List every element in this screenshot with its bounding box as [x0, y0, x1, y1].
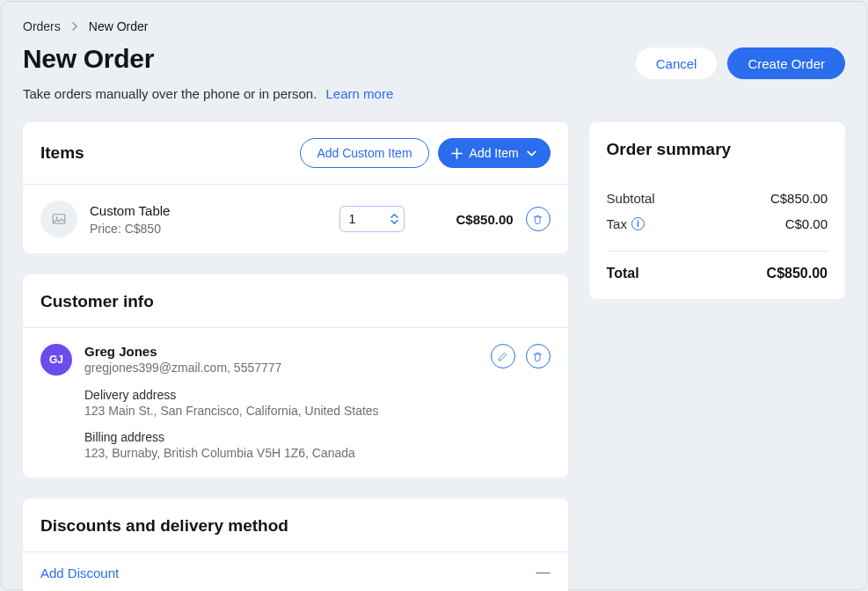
learn-more-link[interactable]: Learn more [326, 86, 394, 101]
customer-info-title: Customer info [40, 292, 551, 311]
order-summary-card: Order summary Subtotal C$850.00 Tax i C$… [589, 122, 845, 299]
subtotal-value: C$850.00 [770, 191, 828, 206]
create-order-button[interactable]: Create Order [727, 47, 845, 79]
delete-customer-button[interactable] [526, 344, 551, 368]
pencil-icon [497, 351, 508, 362]
info-icon[interactable]: i [631, 217, 645, 230]
item-name: Custom Table [90, 203, 327, 218]
page-title: New Order [23, 44, 154, 74]
avatar: GJ [40, 344, 72, 376]
cancel-button[interactable]: Cancel [636, 47, 718, 79]
delete-item-button[interactable] [526, 207, 551, 231]
item-total: C$850.00 [417, 212, 514, 227]
order-summary-title: Order summary [607, 140, 828, 159]
svg-point-1 [56, 216, 58, 218]
items-card: Items Add Custom Item Add Item [23, 122, 568, 253]
chevron-down-icon [526, 148, 537, 159]
chevron-up-icon [390, 213, 398, 219]
item-thumbnail [40, 201, 77, 237]
breadcrumb-parent[interactable]: Orders [23, 19, 61, 33]
image-icon [51, 211, 67, 227]
total-value: C$850.00 [767, 266, 828, 281]
delivery-address-value: 123 Main St., San Francisco, California,… [84, 404, 551, 418]
divider [607, 251, 828, 252]
total-label: Total [607, 266, 639, 281]
item-row: Custom Table Price: C$850 1 C$850.00 [23, 185, 568, 253]
plus-icon [451, 148, 463, 159]
chevron-right-icon [69, 21, 80, 32]
add-item-button[interactable]: Add Item [438, 138, 551, 168]
item-price: Price: C$850 [90, 222, 327, 236]
edit-customer-button[interactable] [491, 344, 515, 368]
delivery-address-label: Delivery address [84, 388, 551, 402]
breadcrumb: Orders New Order [23, 19, 845, 33]
tax-value: C$0.00 [785, 216, 828, 231]
billing-address-value: 123, Burnaby, British Columbia V5H 1Z6, … [84, 446, 551, 460]
quantity-stepper[interactable]: 1 [339, 206, 405, 232]
trash-icon [532, 214, 543, 225]
breadcrumb-current: New Order [89, 19, 149, 33]
billing-address-label: Billing address [84, 430, 551, 444]
items-title: Items [40, 143, 84, 163]
customer-info-card: Customer info GJ Greg Jones gregjones399… [23, 274, 568, 478]
add-discount-link[interactable]: Add Discount [40, 565, 119, 580]
trash-icon [532, 351, 543, 362]
customer-contact: gregjones399@zmail.com, 5557777 [84, 361, 478, 375]
tax-label: Tax [607, 216, 627, 231]
page-subtitle: Take orders manually over the phone or i… [23, 86, 845, 101]
add-custom-item-button[interactable]: Add Custom Item [300, 138, 428, 168]
discounts-card: Discounts and delivery method Add Discou… [23, 499, 568, 591]
chevron-down-icon [390, 219, 398, 225]
add-discount-row[interactable]: Add Discount — [23, 552, 568, 591]
customer-name: Greg Jones [84, 344, 478, 359]
discounts-title: Discounts and delivery method [40, 516, 551, 536]
subtotal-label: Subtotal [607, 191, 655, 206]
